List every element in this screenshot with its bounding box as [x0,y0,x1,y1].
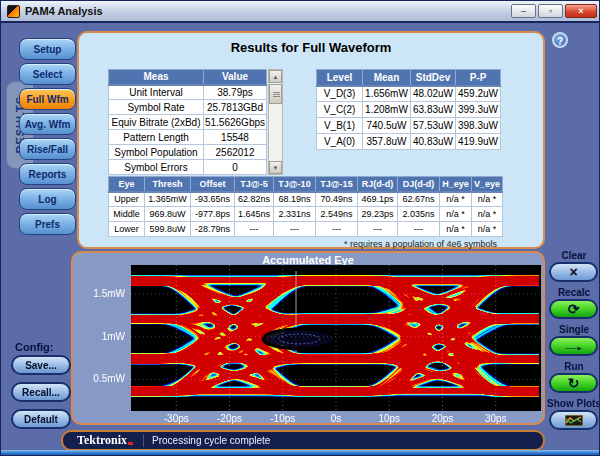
y-tick-label: 1.5mW [75,288,125,299]
sidebar-item-rise-fall[interactable]: Rise/Fall [19,138,76,160]
table-cell: 25.7813GBd [204,100,267,115]
scrollbar-up-icon[interactable]: ▲ [269,70,282,83]
table-cell: 2.331ns [274,207,316,222]
scrollbar-thumb[interactable] [269,84,282,104]
table-cell: Symbol Population [109,145,204,160]
recalc-cycle-icon: ⟳ [568,302,580,316]
table-cell: --- [358,222,398,237]
column-header: H_eye [440,177,472,192]
table-cell: --- [316,222,358,237]
column-header: TJ@-5 [235,177,274,192]
single-arrow-icon: → [560,339,587,353]
x-tick-label: -20ps [212,413,248,424]
single-button[interactable]: → [549,336,598,356]
table-cell: 51.5626Gbps [204,115,267,130]
table-row: V_B(1)740.5uW57.53uW398.3uW [317,118,501,134]
table-row: Upper1.365mW-93.65ns62.82ns68.19ns70.49n… [109,192,503,207]
table-cell: 40.83uW [411,134,456,150]
sidebar-item-full-wfm[interactable]: Full Wfm [19,88,76,110]
table-cell: --- [398,222,440,237]
show-plots-button[interactable] [549,410,598,430]
show-plots-label: Show Plots [547,398,600,409]
table-cell: 469.1ps [358,192,398,207]
recalc-button[interactable]: ⟳ [549,299,598,319]
table-cell: V_D(3) [317,86,363,102]
table-cell: n/a * [440,192,472,207]
help-button[interactable]: ? [552,32,568,48]
x-tick-label: 20ps [424,413,460,424]
sidebar-item-setup[interactable]: Setup [19,38,76,60]
minimize-button[interactable]: – [511,4,536,18]
table-cell: V_B(1) [317,118,363,134]
clear-button[interactable]: × [549,262,598,282]
table-cell: 57.53uW [411,118,456,134]
table-cell: -28.79ns [191,222,235,237]
table-cell: 398.3uW [456,118,501,134]
table-cell: 599.8uW [145,222,191,237]
column-header: Level [317,70,363,86]
run-button[interactable]: ↻ [549,373,598,393]
meas-table-scrollbar[interactable]: ▲ ▼ [268,69,283,175]
sidebar-item-prefs[interactable]: Prefs [19,213,76,235]
table-cell: 63.83uW [411,102,456,118]
results-panel: Results for Full Waveform MeasValueUnit … [77,31,545,249]
table-row: Symbol Rate25.7813GBd [109,100,267,115]
x-tick-label: 30ps [478,413,514,424]
column-header: TJ@-15 [316,177,358,192]
app-icon [7,5,20,18]
sidebar-item-select[interactable]: Select [19,63,76,85]
save-button[interactable]: Save... [11,355,71,375]
column-header: V_eye [472,177,503,192]
statusbar: Tektronix Processing cycle complete [61,430,545,451]
maximize-button[interactable]: ▫ [538,4,563,18]
table-cell: 15548 [204,130,267,145]
table-cell: --- [235,222,274,237]
clear-label: Clear [547,250,600,261]
y-tick-label: 0.5mW [75,373,125,384]
window-title: PAM4 Analysis [25,5,511,17]
scrollbar-down-icon[interactable]: ▼ [269,161,282,174]
table-cell: 38.79ps [204,85,267,100]
eye-table: EyeThreshOffsetTJ@-5TJ@-10TJ@-15RJ(d-d)D… [108,176,503,237]
window-controls: – ▫ × [511,4,597,18]
x-tick-label: -30ps [158,413,194,424]
show-plots-icon [565,415,583,426]
table-row: Equiv Bitrate (2xBd)51.5626Gbps [109,115,267,130]
recalc-label: Recalc [547,287,600,298]
table-cell: -93.65ns [191,192,235,207]
sidebar-item-log[interactable]: Log [19,188,76,210]
table-row: V_A(0)357.8uW40.83uW419.9uW [317,134,501,150]
recall-button[interactable]: Recall... [11,382,71,402]
config-label: Config: [15,341,53,353]
x-tick-label: 0s [318,413,354,424]
table-row: Symbol Errors0 [109,160,267,175]
single-label: Single [547,324,600,335]
population-footnote: * requires a population of 4e6 symbols [344,239,497,249]
table-row: V_D(3)1.656mW48.02uW459.2uW [317,86,501,102]
table-row: Unit Interval38.79ps [109,85,267,100]
table-cell: Lower [109,222,145,237]
column-header: TJ@-10 [274,177,316,192]
column-header: Meas [109,70,204,85]
table-cell: Symbol Rate [109,100,204,115]
titlebar: PAM4 Analysis – ▫ × [1,1,600,23]
sidebar-item-avg-wfm[interactable]: Avg. Wfm [19,113,76,135]
header-row: LevelMeanStdDevP-P [317,70,501,86]
column-header: DJ(d-d) [398,177,440,192]
close-button[interactable]: × [565,4,597,18]
column-header: Value [204,70,267,85]
sidebar-item-reports[interactable]: Reports [19,163,76,185]
table-cell: V_C(2) [317,102,363,118]
table-cell: 70.49ns [316,192,358,207]
tektronix-logo-mark [128,442,133,445]
table-cell: --- [274,222,316,237]
table-cell: 0 [204,160,267,175]
default-button[interactable]: Default [11,409,71,429]
table-cell: 740.5uW [363,118,411,134]
results-title: Results for Full Waveform [79,40,543,55]
table-cell: Upper [109,192,145,207]
meas-table: MeasValueUnit Interval38.79psSymbol Rate… [108,69,267,175]
window-bottom-edge [1,450,600,455]
table-cell: Pattern Length [109,130,204,145]
column-header: P-P [456,70,501,86]
